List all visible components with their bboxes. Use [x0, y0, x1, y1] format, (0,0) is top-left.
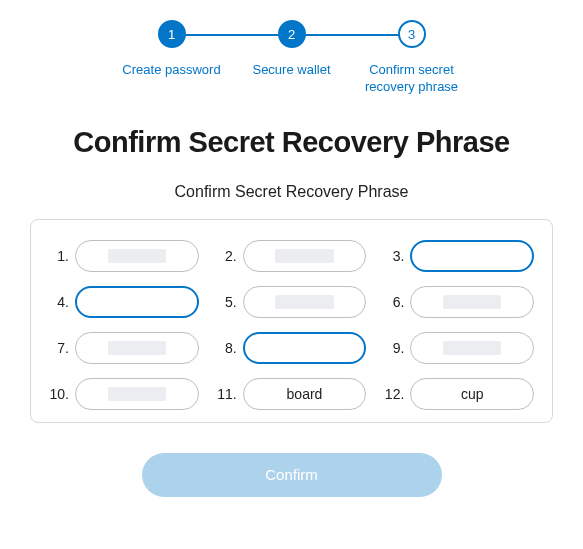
- word-cell-12: 12.cup: [384, 378, 534, 410]
- step-2: 2 Secure wallet: [232, 20, 352, 79]
- word-input: [410, 332, 534, 364]
- step-2-label: Secure wallet: [252, 62, 330, 79]
- word-number: 8.: [217, 340, 237, 356]
- page-title: Confirm Secret Recovery Phrase: [30, 126, 553, 159]
- word-redacted: [275, 295, 333, 309]
- word-input: board: [243, 378, 367, 410]
- word-number: 12.: [384, 386, 404, 402]
- word-redacted: [443, 341, 501, 355]
- word-input: [243, 286, 367, 318]
- word-cell-2: 2.: [217, 240, 367, 272]
- step-1: 1 Create password: [112, 20, 232, 79]
- word-number: 3.: [384, 248, 404, 264]
- step-3-circle: 3: [398, 20, 426, 48]
- word-input: [75, 332, 199, 364]
- word-cell-7: 7.: [49, 332, 199, 364]
- word-cell-5: 5.: [217, 286, 367, 318]
- word-redacted: [443, 295, 501, 309]
- word-redacted: [108, 249, 166, 263]
- word-number: 2.: [217, 248, 237, 264]
- word-number: 1.: [49, 248, 69, 264]
- word-input-active[interactable]: [75, 286, 199, 318]
- step-3-label: Confirm secret recovery phrase: [352, 62, 472, 96]
- stepper: 1 Create password 2 Secure wallet 3 Conf…: [30, 20, 553, 96]
- word-input: [75, 378, 199, 410]
- word-cell-8: 8.: [217, 332, 367, 364]
- word-input-active[interactable]: [410, 240, 534, 272]
- word-cell-10: 10.: [49, 378, 199, 410]
- recovery-phrase-grid: 1.2.3.4.5.6.7.8.9.10.11.board12.cup: [49, 240, 534, 410]
- word-input-active[interactable]: [243, 332, 367, 364]
- word-input: [410, 286, 534, 318]
- step-1-circle: 1: [158, 20, 186, 48]
- word-input: [75, 240, 199, 272]
- word-number: 10.: [49, 386, 69, 402]
- word-redacted: [108, 387, 166, 401]
- word-cell-4: 4.: [49, 286, 199, 318]
- recovery-phrase-box: 1.2.3.4.5.6.7.8.9.10.11.board12.cup: [30, 219, 553, 423]
- page-subtitle: Confirm Secret Recovery Phrase: [30, 183, 553, 201]
- word-input: [243, 240, 367, 272]
- step-3: 3 Confirm secret recovery phrase: [352, 20, 472, 96]
- step-2-circle: 2: [278, 20, 306, 48]
- word-number: 6.: [384, 294, 404, 310]
- word-number: 11.: [217, 386, 237, 402]
- confirm-button[interactable]: Confirm: [142, 453, 442, 497]
- word-number: 9.: [384, 340, 404, 356]
- word-cell-1: 1.: [49, 240, 199, 272]
- word-cell-11: 11.board: [217, 378, 367, 410]
- word-number: 5.: [217, 294, 237, 310]
- word-redacted: [108, 341, 166, 355]
- word-input: cup: [410, 378, 534, 410]
- word-cell-3: 3.: [384, 240, 534, 272]
- step-1-label: Create password: [122, 62, 220, 79]
- word-number: 4.: [49, 294, 69, 310]
- word-cell-9: 9.: [384, 332, 534, 364]
- word-cell-6: 6.: [384, 286, 534, 318]
- word-number: 7.: [49, 340, 69, 356]
- word-redacted: [275, 249, 333, 263]
